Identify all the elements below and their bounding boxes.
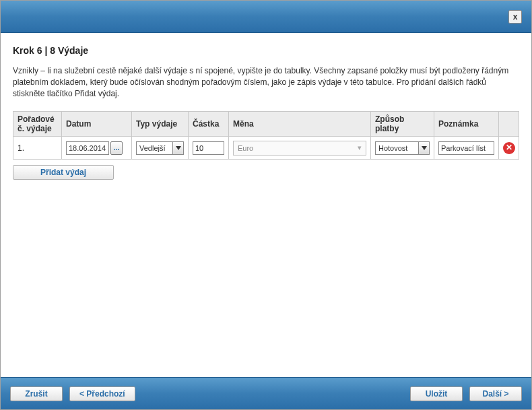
date-picker-button[interactable]: ... — [110, 141, 123, 155]
close-icon: ✕ — [506, 143, 512, 152]
cell-order: 1. — [13, 137, 62, 160]
col-payment: Způsob platby — [371, 112, 434, 137]
col-type: Typ výdaje — [132, 112, 189, 137]
cancel-button[interactable]: Zrušit — [10, 386, 63, 401]
col-note: Poznámka — [434, 112, 499, 137]
previous-button[interactable]: < Předchozí — [69, 386, 135, 401]
cell-delete: ✕ — [499, 137, 519, 160]
dialog-footer: Zrušit < Předchozí Uložit Další > — [1, 377, 531, 409]
svg-marker-0 — [176, 146, 181, 150]
currency-select-value: Euro — [238, 144, 253, 152]
dialog-content: Krok 6 | 8 Výdaje Vznikly – li na služeb… — [1, 33, 531, 377]
cell-currency: Euro ▾ — [229, 137, 371, 160]
chevron-down-icon: ▾ — [358, 143, 362, 152]
delete-row-button[interactable]: ✕ — [503, 142, 515, 154]
note-input[interactable] — [438, 141, 494, 155]
cell-note — [434, 137, 499, 160]
type-select[interactable]: Vedlejší — [136, 141, 184, 155]
date-input[interactable] — [66, 141, 109, 155]
col-date: Datum — [62, 112, 132, 137]
currency-select[interactable]: Euro ▾ — [233, 141, 366, 156]
table-row: 1. ... Vedlejší — [13, 137, 519, 160]
payment-select-value: Hotovost — [376, 144, 418, 152]
svg-marker-1 — [422, 146, 427, 150]
cell-date: ... — [62, 137, 132, 160]
type-select-value: Vedlejší — [137, 144, 172, 152]
chevron-down-icon — [172, 142, 183, 154]
payment-select[interactable]: Hotovost — [375, 141, 430, 155]
add-expense-button[interactable]: Přidat výdaj — [13, 165, 114, 180]
wizard-dialog: x Krok 6 | 8 Výdaje Vznikly – li na služ… — [0, 0, 532, 410]
table-header-row: Pořadové č. výdaje Datum Typ výdaje Část… — [13, 112, 519, 137]
chevron-down-icon — [418, 142, 429, 154]
next-button[interactable]: Další > — [469, 386, 522, 401]
cell-payment: Hotovost — [371, 137, 434, 160]
step-instructions: Vznikly – li na služební cestě nějaké da… — [13, 65, 519, 99]
dialog-header: x — [1, 1, 531, 33]
col-order: Pořadové č. výdaje — [13, 112, 62, 137]
save-button[interactable]: Uložit — [410, 386, 463, 401]
col-currency: Měna — [229, 112, 371, 137]
cell-type: Vedlejší — [132, 137, 189, 160]
close-button[interactable]: x — [508, 10, 522, 24]
col-amount: Částka — [189, 112, 229, 137]
col-actions — [499, 112, 519, 137]
amount-input[interactable] — [193, 141, 224, 155]
step-title: Krok 6 | 8 Výdaje — [13, 45, 519, 56]
expenses-table: Pořadové č. výdaje Datum Typ výdaje Část… — [13, 111, 519, 160]
cell-amount — [189, 137, 229, 160]
